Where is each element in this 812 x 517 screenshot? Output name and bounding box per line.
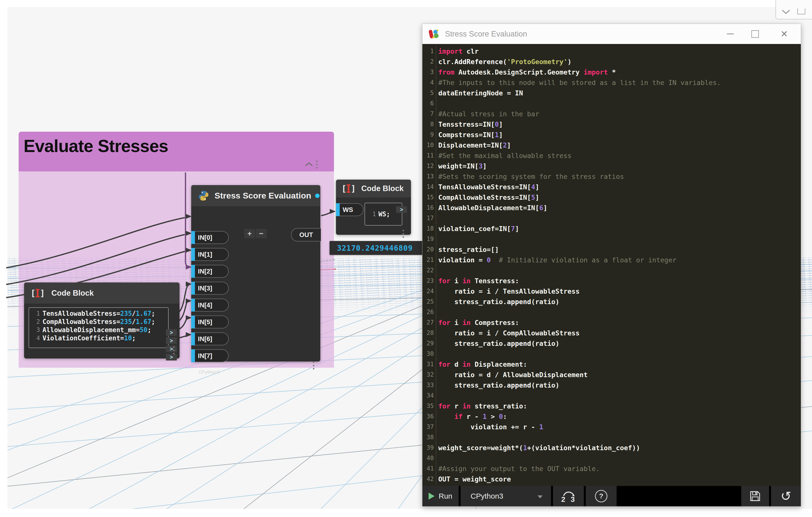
code-block-output-port[interactable]: > xyxy=(166,329,177,336)
code-line: 2clr.AddReference('ProtoGeometry') xyxy=(423,56,801,67)
code-block-output-port[interactable]: > xyxy=(396,206,407,213)
code-line: 10Displacement=IN[2] xyxy=(423,140,801,150)
minimize-button[interactable] xyxy=(719,24,742,44)
node-menu-icon[interactable] xyxy=(313,361,314,370)
code-line: 12weight=IN[3] xyxy=(423,161,801,171)
input-port-in[6][interactable]: IN[6] xyxy=(191,332,229,345)
group-collapse-icon[interactable] xyxy=(305,162,313,166)
group-menu-icon[interactable] xyxy=(316,161,318,168)
input-port-in[4][interactable]: IN[4] xyxy=(191,299,229,311)
remove-input-button[interactable]: − xyxy=(256,229,267,238)
group-evaluate-stresses-header[interactable]: Evaluate Stresses xyxy=(19,132,334,171)
python2to3-icon: 2 3 xyxy=(560,489,577,504)
node-menu-icon[interactable] xyxy=(403,230,404,238)
code-block-output-port[interactable]: > xyxy=(166,337,177,344)
code-line: 1import clr xyxy=(423,46,801,56)
dynamo-app-icon xyxy=(428,28,439,40)
code-line: 6 xyxy=(423,98,801,109)
code-block-line: 3AllowableDisplacement_mm=50; xyxy=(32,326,166,334)
code-line: 24 ratio = i / TensAllowableStress xyxy=(423,286,801,296)
script-code[interactable]: 1import clr2clr.AddReference('ProtoGeome… xyxy=(423,44,801,488)
revert-button[interactable]: ↺ xyxy=(771,486,801,506)
migrate-2to3-button[interactable]: 2 3 xyxy=(553,486,584,506)
code-block-line: 1WS; xyxy=(368,210,390,218)
maximize-button[interactable] xyxy=(744,24,766,44)
input-port-ws[interactable]: WS xyxy=(336,203,364,216)
play-icon xyxy=(429,493,435,499)
engine-dropdown[interactable]: CPython3 xyxy=(461,486,551,506)
python-node-header[interactable]: Stress Score Evaluation xyxy=(191,185,320,206)
window-title: Stress Score Evaluation xyxy=(445,30,527,38)
window-titlebar[interactable]: Stress Score Evaluation ✕ xyxy=(423,24,801,44)
input-port-in[7][interactable]: IN[7] xyxy=(191,349,229,362)
code-line: 40 xyxy=(423,453,801,463)
code-block-line: 4ViolationCoefficient=10; xyxy=(32,334,166,342)
preview-value: 32170.2429446809 xyxy=(337,244,413,252)
code-line: 3from Autodesk.DesignScript.Geometry imp… xyxy=(423,67,801,77)
input-port-in[5][interactable]: IN[5] xyxy=(191,316,229,328)
add-input-button[interactable]: + xyxy=(244,229,255,238)
code-block-output-port[interactable]: > xyxy=(166,346,177,352)
input-port-in[0][interactable]: IN[0] xyxy=(191,231,229,244)
node-menu-icon[interactable] xyxy=(173,346,175,354)
editor-toolbar: Run CPython3 2 3 ? xyxy=(423,486,801,506)
code-block-node-ws[interactable]: [] Code Block WS 1WS; > xyxy=(336,180,411,235)
group-title: Evaluate Stresses xyxy=(24,136,168,156)
dynamo-workspace: Evaluate Stresses xyxy=(0,0,812,517)
close-button[interactable]: ✕ xyxy=(773,24,795,44)
node-engine-label: CPython3 xyxy=(199,370,220,375)
code-line: 9Compstress=IN[1] xyxy=(423,130,801,140)
code-line: 32 ratio = d / AllowableDisplacement xyxy=(423,370,801,380)
code-line: 26 xyxy=(423,307,801,317)
help-button[interactable]: ? xyxy=(586,486,616,506)
code-line: 4#The inputs to this node will be stored… xyxy=(423,77,801,88)
code-block-icon: [] xyxy=(31,289,45,297)
input-port-in[2][interactable]: IN[2] xyxy=(191,265,229,278)
save-icon xyxy=(749,490,761,502)
code-block-editor[interactable]: 1TensAllowableStress=235/1.67;2CompAllow… xyxy=(29,307,169,348)
code-line: 25 stress_ratio.append(ratio) xyxy=(423,296,801,307)
code-block-header[interactable]: [] Code Block xyxy=(336,180,411,197)
node-status-dot xyxy=(315,193,320,198)
code-line: 39weight_score=weight*(1+(violation*viol… xyxy=(423,442,801,453)
revert-icon: ↺ xyxy=(780,490,791,502)
question-icon: ? xyxy=(595,490,607,502)
python-node-stress-score-evaluation[interactable]: Stress Score Evaluation IN[0]IN[1]IN[2]I… xyxy=(191,185,320,361)
save-button[interactable] xyxy=(741,486,769,506)
chevron-down-icon[interactable] xyxy=(781,9,790,15)
run-button[interactable]: Run xyxy=(423,486,459,506)
svg-text:3: 3 xyxy=(571,495,575,504)
chevron-down-icon xyxy=(538,495,543,498)
input-port-in[1][interactable]: IN[1] xyxy=(191,248,229,261)
code-line: 13#Sets the scoring system for the stres… xyxy=(423,171,801,182)
python-script-editor-window: Stress Score Evaluation ✕ 1import clr2cl… xyxy=(422,24,801,507)
square-icon[interactable] xyxy=(798,8,805,15)
code-line: 29 stress_ratio.append(ratio) xyxy=(423,338,801,349)
code-line: 23for i in Tensstress: xyxy=(423,275,801,286)
cropped-panel-fragment xyxy=(776,0,812,19)
code-line: 11#Set the maximal allowable stress xyxy=(423,150,801,161)
code-block-line: 2CompAllowableStress=235/1.67; xyxy=(32,318,166,326)
code-line: 15CompAllowableStress=IN[5] xyxy=(423,192,801,202)
python-node-title: Stress Score Evaluation xyxy=(214,191,311,200)
code-line: 28 ratio = i / CompAllowableStress xyxy=(423,328,801,338)
code-line: 21violation = 0 # Initialize violation a… xyxy=(423,255,801,265)
input-port-in[3][interactable]: IN[3] xyxy=(191,282,229,295)
code-line: 35for r in stress_ratio: xyxy=(423,401,801,411)
code-line: 42OUT = weight_score xyxy=(423,474,801,484)
code-line: 30 xyxy=(423,349,801,359)
code-line: 33 stress_ratio.append(ratio) xyxy=(423,380,801,390)
output-port-out[interactable]: OUT xyxy=(291,228,321,242)
code-block-header[interactable]: [] Code Block xyxy=(24,282,179,304)
input-port-list: IN[0]IN[1]IN[2]IN[3]IN[4]IN[5]IN[6]IN[7] xyxy=(191,231,229,362)
code-block-title: Code Block xyxy=(51,289,94,298)
code-block-output-port[interactable]: > xyxy=(166,354,177,360)
code-block-node-constants[interactable]: [] Code Block 1TensAllowableStress=235/1… xyxy=(24,282,179,358)
code-line: 18violation_coef=IN[7] xyxy=(423,223,801,234)
svg-text:2: 2 xyxy=(561,495,566,504)
code-line: 41#Assign your output to the OUT variabl… xyxy=(423,463,801,474)
code-line: 14TensAllowableStress=IN[4] xyxy=(423,182,801,192)
output-preview-bubble[interactable]: 32170.2429446809 xyxy=(329,241,426,255)
code-line: 36 if r - 1 > 0: xyxy=(423,411,801,421)
code-line: 16AllowableDisplacement=IN[6] xyxy=(423,202,801,213)
